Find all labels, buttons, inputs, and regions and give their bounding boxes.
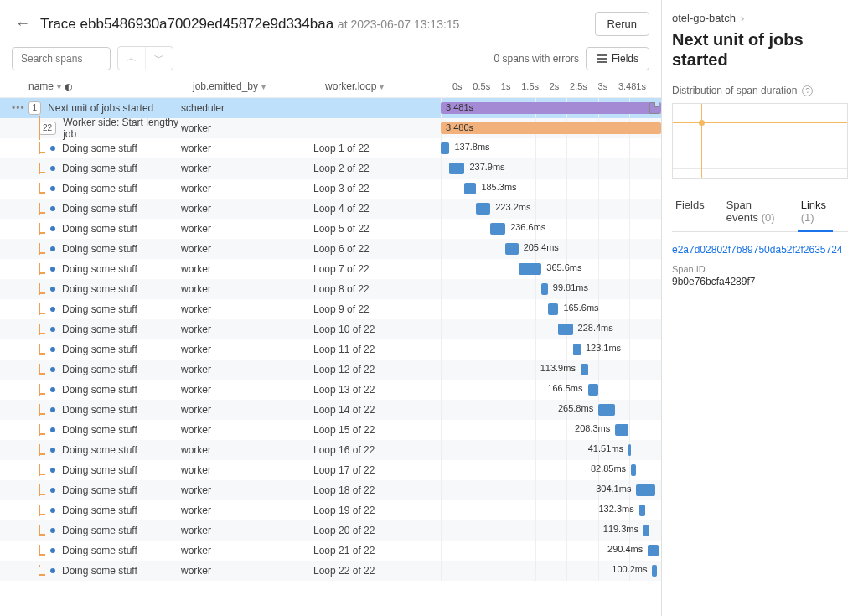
more-icon[interactable]: •••	[0, 102, 27, 114]
span-emitted-by: worker	[181, 324, 313, 335]
span-bar[interactable]	[639, 505, 646, 516]
span-row[interactable]: Doing some stuffworkerLoop 13 of 22166.5…	[0, 380, 661, 400]
distribution-chart[interactable]	[672, 103, 848, 179]
span-loop: Loop 17 of 22	[313, 464, 441, 476]
span-timeline: 304.1ms	[441, 480, 661, 500]
span-row[interactable]: Doing some stuffworkerLoop 11 of 22123.1…	[0, 339, 661, 360]
span-bar[interactable]	[558, 324, 572, 335]
span-row[interactable]: Doing some stuffworkerLoop 16 of 2241.51…	[0, 440, 661, 460]
span-dot-icon	[50, 186, 55, 191]
span-duration: 132.3ms	[599, 504, 639, 514]
span-timeline: 100.2ms	[441, 561, 661, 581]
span-bar[interactable]	[505, 243, 518, 255]
column-header: name ▾ ◐ job.emitted_by ▾ worker.loop ▾ …	[0, 77, 661, 98]
col-worker-loop[interactable]: worker.loop	[325, 80, 376, 92]
breadcrumb[interactable]: otel-go-batch	[672, 12, 736, 24]
rerun-button[interactable]: Rerun	[595, 12, 649, 36]
span-emitted-by: worker	[181, 283, 313, 295]
fields-button[interactable]: Fields	[586, 47, 649, 70]
span-bar[interactable]	[541, 283, 548, 295]
tab-links[interactable]: Links (1)	[798, 192, 833, 232]
span-dot-icon	[50, 307, 55, 312]
span-duration: 185.3ms	[476, 182, 516, 192]
span-row[interactable]: Doing some stuffworkerLoop 3 of 22185.3m…	[0, 179, 661, 199]
span-bar[interactable]	[652, 565, 657, 577]
span-bar[interactable]	[441, 102, 661, 114]
span-bar[interactable]	[581, 364, 588, 375]
span-bar[interactable]	[631, 464, 636, 476]
span-row[interactable]: Doing some stuffworkerLoop 6 of 22205.4m…	[0, 239, 661, 259]
span-row[interactable]: 22Worker side: Start lengthy jobworker3.…	[0, 118, 661, 138]
span-duration: 223.2ms	[490, 202, 530, 212]
tab-fields[interactable]: Fields	[672, 192, 708, 231]
span-bar[interactable]	[628, 444, 631, 456]
span-row[interactable]: Doing some stuffworkerLoop 9 of 22165.6m…	[0, 299, 661, 319]
span-dot-icon	[50, 327, 55, 332]
span-bar[interactable]	[598, 404, 615, 416]
span-duration: 3.480s	[441, 122, 473, 132]
span-bar[interactable]	[615, 424, 628, 436]
span-row[interactable]: •••1Next unit of jobs startedscheduler3.…	[0, 98, 661, 118]
span-duration: 165.6ms	[558, 303, 598, 313]
sort-down-icon[interactable]: ▾	[380, 82, 384, 91]
span-bar[interactable]	[519, 263, 542, 275]
span-row[interactable]: Doing some stuffworkerLoop 21 of 22290.4…	[0, 541, 661, 561]
span-bar[interactable]	[573, 344, 581, 355]
span-row[interactable]: Doing some stuffworkerLoop 2 of 22237.9m…	[0, 158, 661, 179]
span-loop: Loop 1 of 22	[313, 142, 441, 154]
span-row[interactable]: Doing some stuffworkerLoop 22 of 22100.2…	[0, 561, 661, 581]
span-row[interactable]: Doing some stuffworkerLoop 10 of 22228.4…	[0, 319, 661, 339]
col-name[interactable]: name	[28, 80, 54, 92]
span-row[interactable]: Doing some stuffworkerLoop 17 of 2282.85…	[0, 460, 661, 480]
back-arrow-icon[interactable]: ←	[12, 15, 34, 33]
span-row[interactable]: Doing some stuffworkerLoop 19 of 22132.3…	[0, 500, 661, 520]
span-bar[interactable]	[441, 122, 661, 134]
sort-down-icon[interactable]: ▾	[57, 82, 61, 91]
help-icon[interactable]: ?	[802, 85, 813, 96]
span-row[interactable]: Doing some stuffworkerLoop 12 of 22113.9…	[0, 360, 661, 380]
span-bar[interactable]	[588, 384, 599, 396]
span-bar[interactable]	[464, 183, 476, 194]
span-timeline: 99.81ms	[441, 279, 661, 299]
span-timeline: 119.3ms	[441, 520, 661, 541]
span-row[interactable]: Doing some stuffworkerLoop 14 of 22265.8…	[0, 400, 661, 420]
tab-span-events[interactable]: Span events (0)	[723, 192, 783, 231]
span-name: Doing some stuff	[62, 183, 137, 194]
span-timeline: 205.4ms	[441, 239, 661, 259]
span-loop: Loop 2 of 22	[313, 163, 441, 174]
sort-down-icon[interactable]: ▾	[261, 82, 266, 91]
span-loop: Loop 15 of 22	[313, 424, 441, 436]
span-row[interactable]: Doing some stuffworkerLoop 7 of 22365.6m…	[0, 259, 661, 279]
link-trace-id[interactable]: e2a7d02802f7b89750da52f2f2635724	[672, 244, 848, 256]
span-row[interactable]: Doing some stuffworkerLoop 8 of 2299.81m…	[0, 279, 661, 299]
span-row[interactable]: Doing some stuffworkerLoop 18 of 22304.1…	[0, 480, 661, 500]
span-dot-icon	[50, 568, 55, 573]
span-name: Doing some stuff	[62, 424, 137, 436]
span-bar[interactable]	[476, 203, 490, 215]
span-duration: 82.85ms	[591, 463, 631, 474]
span-bar[interactable]	[644, 525, 649, 536]
span-bar[interactable]	[490, 223, 505, 235]
span-bar[interactable]	[449, 163, 464, 174]
span-row[interactable]: Doing some stuffworkerLoop 1 of 22137.8m…	[0, 138, 661, 158]
span-dot-icon	[50, 508, 55, 513]
nav-down-icon[interactable]: ﹀	[145, 47, 173, 70]
span-dot-icon	[50, 267, 55, 272]
contrast-icon[interactable]: ◐	[65, 81, 73, 92]
col-emitted-by[interactable]: job.emitted_by	[193, 80, 258, 92]
span-row[interactable]: Doing some stuffworkerLoop 15 of 22208.3…	[0, 420, 661, 440]
span-duration: 365.6ms	[541, 262, 581, 272]
search-input[interactable]	[12, 47, 111, 70]
span-row[interactable]: Doing some stuffworkerLoop 5 of 22236.6m…	[0, 219, 661, 239]
span-loop: Loop 19 of 22	[313, 505, 441, 516]
span-row[interactable]: Doing some stuffworkerLoop 20 of 22119.3…	[0, 520, 661, 541]
timeline-axis: 0s0.5s1s1.5s2s2.5s3s3.481s	[452, 81, 649, 91]
nav-up-icon[interactable]: ︿	[118, 47, 145, 70]
note-icon[interactable]	[649, 102, 659, 114]
span-bar[interactable]	[548, 303, 559, 315]
span-row[interactable]: Doing some stuffworkerLoop 4 of 22223.2m…	[0, 199, 661, 219]
span-timeline: 41.51ms	[441, 440, 661, 460]
span-bar[interactable]	[636, 484, 655, 496]
span-bar[interactable]	[648, 545, 659, 556]
span-bar[interactable]	[441, 142, 449, 154]
